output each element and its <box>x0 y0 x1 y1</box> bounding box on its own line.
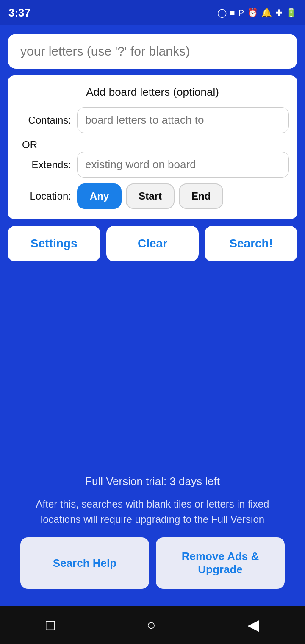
location-start-button[interactable]: Start <box>126 183 175 209</box>
extends-row: Extends: <box>16 152 289 178</box>
upgrade-button[interactable]: Remove Ads & Upgrade <box>156 537 285 589</box>
nav-recents-icon[interactable]: □ <box>46 616 55 634</box>
battery-icon: 🔋 <box>286 8 297 18</box>
trial-text: Full Version trial: 3 days left <box>20 475 285 488</box>
nav-bar: □ ○ ◀ <box>0 606 305 644</box>
location-label: Location: <box>16 190 71 202</box>
spacer <box>8 268 297 460</box>
extends-input[interactable] <box>77 152 289 178</box>
status-icons: ◯ ■ P ⏰ 🔔 ✚ 🔋 <box>217 8 297 18</box>
plus-icon: ✚ <box>275 8 283 18</box>
bottom-buttons: Search Help Remove Ads & Upgrade <box>20 537 285 589</box>
action-buttons: Settings Clear Search! <box>8 226 297 261</box>
upgrade-description: After this, searches with blank tiles or… <box>20 497 285 527</box>
nav-home-icon[interactable]: ○ <box>147 616 156 634</box>
letters-input[interactable] <box>8 34 297 69</box>
mute-icon: 🔔 <box>261 8 272 18</box>
or-label: OR <box>16 139 289 151</box>
extends-label: Extends: <box>16 159 71 171</box>
search-help-button[interactable]: Search Help <box>20 537 149 589</box>
shield-icon: ■ <box>230 8 235 18</box>
search-button[interactable]: Search! <box>205 226 297 261</box>
status-bar: 3:37 ◯ ■ P ⏰ 🔔 ✚ 🔋 <box>0 0 305 25</box>
contains-input[interactable] <box>77 107 289 133</box>
location-row: Location: Any Start End <box>16 183 289 209</box>
settings-button[interactable]: Settings <box>8 226 100 261</box>
location-end-button[interactable]: End <box>179 183 223 209</box>
bottom-info: Full Version trial: 3 days left After th… <box>8 466 297 597</box>
main-content: Add board letters (optional) Contains: O… <box>0 25 305 606</box>
board-card-title: Add board letters (optional) <box>16 86 289 99</box>
location-any-button[interactable]: Any <box>77 183 122 209</box>
location-buttons: Any Start End <box>77 183 223 209</box>
notification-icon: ◯ <box>217 8 227 18</box>
nav-back-icon[interactable]: ◀ <box>247 616 259 634</box>
board-letters-card: Add board letters (optional) Contains: O… <box>8 75 297 219</box>
alarm-icon: ⏰ <box>247 8 258 18</box>
contains-row: Contains: <box>16 107 289 133</box>
parking-icon: P <box>238 8 244 18</box>
contains-label: Contains: <box>16 114 71 126</box>
clear-button[interactable]: Clear <box>106 226 199 261</box>
status-time: 3:37 <box>8 6 30 19</box>
